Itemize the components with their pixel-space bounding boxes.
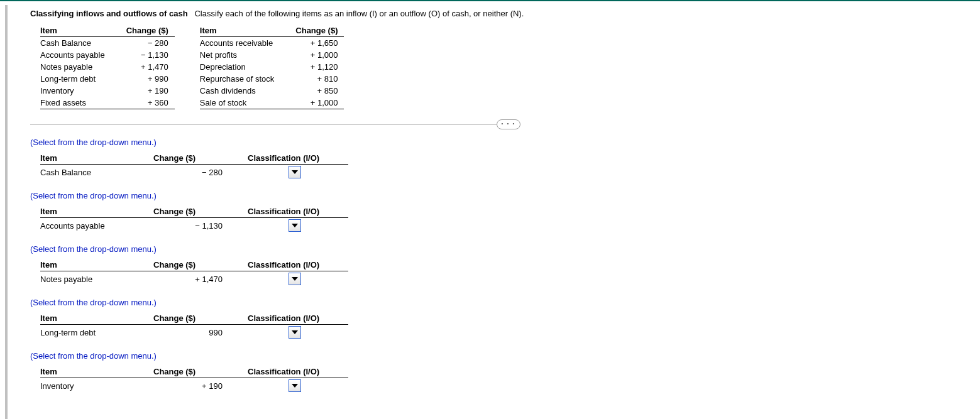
col-change-header: Change ($)	[111, 24, 175, 37]
dropdown-instruction: (Select from the drop-down menu.)	[30, 298, 980, 307]
classification-table: Item Change ($) Classification (I/O) Acc…	[40, 205, 348, 233]
col-class-header: Classification (I/O)	[229, 205, 348, 218]
col-item-header: Item	[40, 205, 147, 218]
divider-line	[30, 124, 508, 125]
cell-change: − 280	[111, 37, 175, 50]
table-header-row: Item Change ($) Classification (I/O)	[40, 205, 348, 218]
col-class-header: Classification (I/O)	[229, 152, 348, 165]
table-row: Cash dividends+ 850	[200, 85, 344, 97]
cell-item: Sale of stock	[200, 97, 281, 109]
cell-item: Accounts payable	[40, 218, 147, 234]
col-change-header: Change ($)	[147, 312, 229, 325]
table-header-row: Item Change ($) Classification (I/O)	[40, 152, 348, 165]
table-row: Accounts payable − 1,130	[40, 218, 348, 234]
table-header-row: Item Change ($) Classification (I/O)	[40, 259, 348, 271]
table-row: Long-term debt+ 990	[40, 73, 175, 85]
col-change-header: Change ($)	[147, 259, 229, 271]
cell-class	[229, 271, 348, 287]
col-item-header: Item	[40, 312, 147, 325]
classification-dropdown[interactable]	[289, 379, 301, 392]
ellipsis-pill-icon[interactable]: • • •	[497, 119, 520, 129]
cell-change: + 1,000	[280, 97, 344, 109]
classification-table: Item Change ($) Classification (I/O) Not…	[40, 259, 348, 286]
table-row: Notes payable + 1,470	[40, 271, 348, 287]
table-header-row: Item Change ($)	[200, 24, 344, 37]
table-row: Cash Balance − 280	[40, 165, 348, 180]
col-class-header: Classification (I/O)	[229, 366, 348, 378]
classification-table: Item Change ($) Classification (I/O) Cas…	[40, 152, 348, 180]
table-row: Cash Balance− 280	[40, 37, 175, 50]
col-change-header: Change ($)	[147, 152, 229, 165]
cell-change: 990	[147, 325, 229, 340]
classification-block: Item Change ($) Classification (I/O) Acc…	[40, 205, 980, 233]
col-class-header: Classification (I/O)	[229, 259, 348, 271]
classification-table: Item Change ($) Classification (I/O) Inv…	[40, 366, 348, 393]
dropdown-instruction: (Select from the drop-down menu.)	[30, 138, 980, 147]
dropdown-instruction: (Select from the drop-down menu.)	[30, 191, 980, 200]
classification-block: Item Change ($) Classification (I/O) Not…	[40, 259, 980, 286]
cell-change: + 1,000	[280, 49, 344, 61]
classification-dropdown[interactable]	[289, 166, 301, 178]
table-row: Fixed assets+ 360	[40, 97, 175, 109]
cell-change: + 850	[280, 85, 344, 97]
cell-item: Fixed assets	[40, 97, 111, 109]
col-change-header: Change ($)	[147, 205, 229, 218]
table-row: Inventory+ 190	[40, 85, 175, 97]
reference-table-right: Item Change ($) Accounts receivable+ 1,6…	[200, 24, 344, 109]
table-row: Long-term debt 990	[40, 325, 348, 340]
col-class-header: Classification (I/O)	[229, 312, 348, 325]
table-header-row: Item Change ($) Classification (I/O)	[40, 366, 348, 378]
cell-item: Long-term debt	[40, 73, 111, 85]
cell-class	[229, 378, 348, 394]
classification-dropdown[interactable]	[289, 273, 301, 285]
classification-table: Item Change ($) Classification (I/O) Lon…	[40, 312, 348, 340]
cell-change: − 1,130	[147, 218, 229, 234]
heading-bold: Classifying inflows and outflows of cash	[30, 9, 188, 18]
table-row: Net profits+ 1,000	[200, 49, 344, 61]
table-row: Notes payable+ 1,470	[40, 61, 175, 73]
reference-tables: Item Change ($) Cash Balance− 280 Accoun…	[40, 24, 980, 109]
dropdown-instruction: (Select from the drop-down menu.)	[30, 351, 980, 361]
cell-change: + 1,120	[280, 61, 344, 73]
page-body: Classifying inflows and outflows of cash…	[5, 5, 980, 419]
cell-change: + 360	[111, 97, 175, 109]
table-row: Repurchase of stock+ 810	[200, 73, 344, 85]
table-row: Accounts receivable+ 1,650	[200, 37, 344, 50]
cell-class	[229, 165, 348, 180]
problem-heading: Classifying inflows and outflows of cash…	[30, 9, 980, 18]
cell-item: Inventory	[40, 378, 147, 394]
section-divider: • • •	[30, 124, 508, 125]
cell-change: + 190	[147, 378, 229, 394]
top-border	[0, 0, 980, 1]
cell-change: − 280	[147, 165, 229, 180]
col-change-header: Change ($)	[147, 366, 229, 378]
col-item-header: Item	[40, 152, 147, 165]
col-item-header: Item	[40, 366, 147, 378]
dropdown-instruction: (Select from the drop-down menu.)	[30, 244, 980, 254]
classification-block: Item Change ($) Classification (I/O) Inv…	[40, 366, 980, 393]
classification-dropdown[interactable]	[289, 326, 301, 339]
cell-item: Notes payable	[40, 61, 111, 73]
cell-item: Accounts receivable	[200, 37, 281, 50]
cell-item: Net profits	[200, 49, 281, 61]
col-item-header: Item	[40, 24, 111, 37]
cell-change: + 990	[111, 73, 175, 85]
classification-dropdown[interactable]	[289, 219, 301, 232]
table-row: Inventory + 190	[40, 378, 348, 394]
table-header-row: Item Change ($) Classification (I/O)	[40, 312, 348, 325]
cell-item: Cash Balance	[40, 37, 111, 50]
cell-change: − 1,130	[111, 49, 175, 61]
cell-item: Repurchase of stock	[200, 73, 281, 85]
cell-item: Cash Balance	[40, 165, 147, 180]
cell-item: Accounts payable	[40, 49, 111, 61]
col-change-header: Change ($)	[280, 24, 344, 37]
col-item-header: Item	[200, 24, 281, 37]
table-row: Depreciation+ 1,120	[200, 61, 344, 73]
cell-item: Inventory	[40, 85, 111, 97]
cell-change: + 1,470	[111, 61, 175, 73]
cell-class	[229, 218, 348, 234]
cell-item: Cash dividends	[200, 85, 281, 97]
cell-class	[229, 325, 348, 340]
classification-block: Item Change ($) Classification (I/O) Cas…	[40, 152, 980, 180]
cell-change: + 810	[280, 73, 344, 85]
